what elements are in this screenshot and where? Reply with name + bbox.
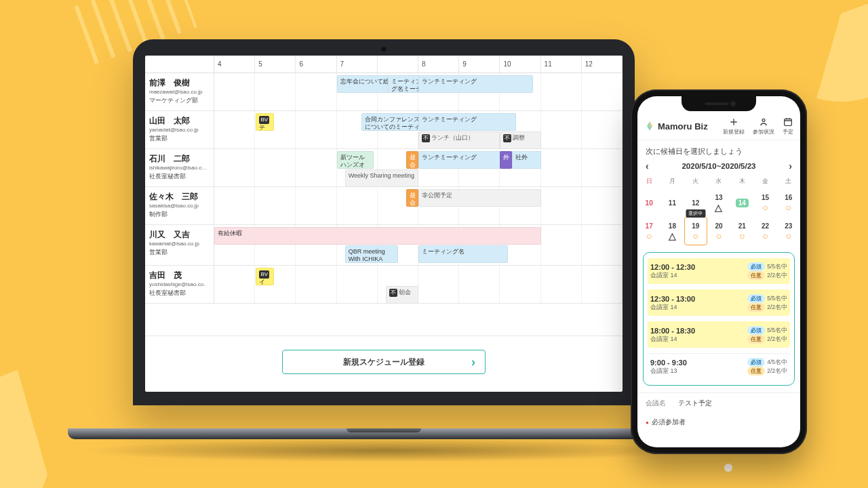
calendar-event[interactable]: 不朝会 — [386, 286, 418, 304]
person-cell: 前澤 俊樹maezawat@isao.co.jpマーケティング部 — [145, 73, 214, 110]
calendar-row: 佐々木 三郎sasakisa@isao.co.jp制作部昼会非公開予定 — [145, 187, 623, 225]
calendar-header-row: 456789101112 — [145, 56, 623, 73]
required-participants-label: 必須参加者 — [637, 413, 800, 431]
time-slot[interactable]: 12:00 - 12:30会議室 14 必須5/5名中 任意2/2名中 — [648, 258, 790, 284]
prev-week-button[interactable]: ‹ — [646, 161, 649, 171]
date-cell[interactable]: 13△ — [707, 188, 730, 217]
svg-point-0 — [762, 119, 765, 121]
calendar-event[interactable]: QBR meeting With ICHIKA — [345, 245, 398, 263]
person-cell: 佐々木 三郎sasakisa@isao.co.jp制作部 — [145, 187, 214, 224]
calendar-event[interactable]: 外 — [500, 151, 512, 169]
calendar-header-cell: 4 — [214, 56, 255, 73]
date-row: 10111213△1415○16○ — [637, 188, 800, 217]
calendar-event[interactable]: ランチミーティング — [418, 113, 516, 131]
calendar-header-cell: 10 — [500, 56, 540, 73]
time-slot-list: 12:00 - 12:30会議室 14 必須5/5名中 任意2/2名中12:30… — [643, 252, 795, 386]
time-slot[interactable]: 9:00 - 9:30会議室 13 必須4/5名中 任意2/2名中 — [648, 353, 790, 380]
calendar-event[interactable]: Weekly Sharing meeting — [345, 169, 418, 187]
calendar-event[interactable]: 不ランチ（山口） — [418, 131, 500, 149]
calendar-header-cell: 12 — [582, 56, 623, 73]
phone-subtitle: 次に候補日を選択しましょう — [637, 140, 800, 161]
week-range-label: 2020/5/10~2020/5/23 — [682, 162, 755, 170]
next-week-button[interactable]: › — [789, 161, 792, 171]
calendar-header-cell — [145, 56, 214, 73]
calendar-row: 吉田 茂yoshidashige@isao.co.社長室秘書部BVイベント名不朝… — [145, 266, 623, 304]
calendar-row: 川又 又吉kawamat@isao.co.jp営業部有給休暇QBR meetin… — [145, 225, 623, 266]
date-cell[interactable]: 15○ — [753, 188, 776, 217]
calendar-event[interactable]: 社外 — [512, 151, 540, 169]
calendar-event[interactable]: 非公開予定 — [418, 189, 541, 207]
calendar-event[interactable]: BVイベント名 — [256, 268, 274, 285]
calendar-event[interactable]: ランチミーティング — [418, 75, 533, 93]
meeting-meta: 会議名 テスト予定 — [637, 392, 800, 413]
calendar-event[interactable]: ミーティング名 — [418, 245, 508, 263]
calendar-header-cell — [378, 56, 418, 73]
calendar-event[interactable]: 有給休暇 — [214, 227, 541, 245]
time-slot[interactable]: 18:00 - 18:30会議室 14 必須5/5名中 任意2/2名中 — [648, 321, 790, 348]
date-row: 17○18△19○20○21○22○23○ — [637, 217, 800, 245]
calendar-row: 石川 二郎ishikawajiroro@isao.co.jp社長室秘書部新ツール… — [145, 149, 623, 187]
calendar-row: 山田 太郎yamadat@isao.co.jp営業部BVテレワーク合同カンファレ… — [145, 111, 623, 149]
date-cell[interactable]: 17○ — [637, 217, 660, 245]
date-cell[interactable]: 20○ — [707, 217, 730, 245]
person-cell: 吉田 茂yoshidashige@isao.co.社長室秘書部 — [145, 266, 214, 303]
laptop-mockup: 456789101112 前澤 俊樹maezawat@isao.co.jpマーケ… — [68, 39, 700, 453]
calendar-header-cell: 9 — [459, 56, 500, 73]
attendance-status-button[interactable]: 参加状況 — [753, 117, 774, 136]
calendar-event[interactable]: 合同カンファレンスについてのミーティン — [361, 113, 427, 131]
svg-rect-1 — [785, 119, 792, 125]
phone-mockup: Mamoru Biz 新規登録 参加状況 予定 次に候補日を選択しましょう ‹ — [631, 89, 807, 454]
brand-logo: Mamoru Biz — [644, 121, 708, 131]
calendar-event[interactable]: 不調整 — [500, 131, 540, 149]
date-cell[interactable]: 14 — [730, 188, 753, 217]
date-cell[interactable]: 22○ — [753, 217, 776, 245]
date-cell[interactable]: 19○ — [684, 217, 707, 245]
calendar-event[interactable]: 昼会 — [406, 189, 418, 207]
calendar-header-cell: 7 — [337, 56, 378, 73]
calendar-header-cell: 11 — [541, 56, 582, 73]
calendar-header-cell: 8 — [418, 56, 459, 73]
date-cell[interactable]: 21○ — [730, 217, 753, 245]
new-register-button[interactable]: 新規登録 — [723, 117, 745, 136]
schedule-button[interactable]: 予定 — [783, 117, 793, 136]
calendar-row: 前澤 俊樹maezawat@isao.co.jpマーケティング部忘年会について総… — [145, 73, 623, 111]
date-cell[interactable]: 11 — [660, 188, 684, 217]
person-cell: 川又 又吉kawamat@isao.co.jp営業部 — [145, 225, 214, 265]
date-cell[interactable]: 23○ — [777, 217, 800, 245]
weekday-header: 日月火水木金土 — [637, 176, 800, 188]
calendar-event[interactable]: 新ツールハンズオン — [337, 151, 374, 169]
calendar-header-cell: 5 — [255, 56, 296, 73]
date-cell[interactable]: 10 — [637, 188, 660, 217]
person-cell: 山田 太郎yamadat@isao.co.jp営業部 — [145, 111, 214, 148]
calendar-event[interactable]: 昼会 — [406, 151, 418, 169]
calendar-event[interactable]: BVテレワーク — [256, 113, 274, 131]
date-cell[interactable]: 18△ — [660, 217, 684, 245]
calendar-app: 456789101112 前澤 俊樹maezawat@isao.co.jpマーケ… — [145, 56, 623, 392]
person-cell: 石川 二郎ishikawajiroro@isao.co.jp社長室秘書部 — [145, 149, 214, 186]
calendar-header-cell: 6 — [296, 56, 336, 73]
time-slot[interactable]: 12:30 - 13:00会議室 14 必須5/5名中 任意2/2名中 — [648, 289, 790, 316]
new-schedule-button[interactable]: 新規スケジュール登録 — [282, 350, 486, 374]
date-cell[interactable]: 16○ — [777, 188, 800, 217]
